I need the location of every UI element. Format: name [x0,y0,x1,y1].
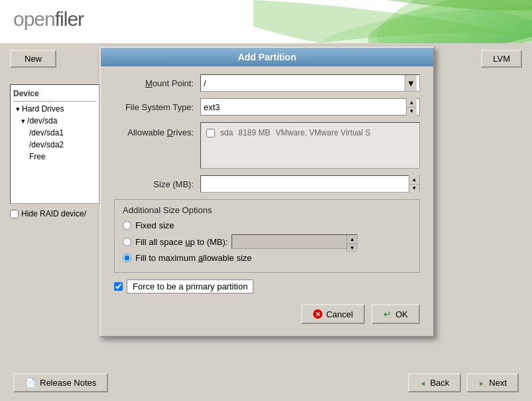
drive-item-size: 8189 MB [238,128,270,137]
next-label: Next [489,378,507,388]
allowable-drives-control: sda 8189 MB VMware, VMware Virtual S [200,122,420,169]
allowable-drives-label: Allowable Drives: [114,122,200,137]
filesystem-up-btn[interactable]: ▲ [407,98,417,108]
logo-text: open [13,8,55,30]
doc-icon: 📄 [25,378,36,388]
additional-size-options: Additional Size Options Fixed size Fill … [114,199,420,273]
filesystem-type-row: File System Type: ext3 ▲ ▼ [114,98,420,116]
bottom-left: 📄 Release Notes [13,373,108,392]
bottom-right: Back Next [408,373,519,392]
hard-drives-item: ▾ Hard Drives [13,103,96,115]
filesystem-type-control: ext3 ▲ ▼ [200,98,420,116]
modal-buttons: ✕ Cancel ↵ OK [114,300,420,328]
release-notes-label: Release Notes [40,378,96,388]
cancel-button[interactable]: ✕ Cancel [301,304,365,324]
ok-button[interactable]: ↵ OK [371,304,420,324]
lvm-button[interactable]: LVM [481,50,522,68]
device-list: Device ▾ Hard Drives ▾ /dev/sda /dev/sda… [10,84,100,204]
size-input[interactable]: 100 [201,179,409,189]
header: openfiler [0,0,532,43]
back-label: Back [430,378,449,388]
size-row: Size (MB): 100 ▲ ▼ [114,175,420,193]
dev-free-item: Free [13,151,96,163]
hide-raid-checkbox[interactable] [10,210,19,218]
size-label: Size (MB): [114,179,200,189]
main-area: New Device ▾ Hard Drives ▾ /dev/sda /dev… [0,43,532,401]
size-up-btn[interactable]: ▲ [409,175,419,185]
release-notes-button[interactable]: 📄 Release Notes [13,373,108,392]
next-button[interactable]: Next [466,373,519,392]
force-primary-row: Force to be a primary partition [114,280,420,293]
dev-sda-item: ▾ /dev/sda [13,115,96,127]
size-spinner[interactable]: 100 ▲ ▼ [200,175,420,193]
force-primary-label[interactable]: Force to be a primary partition [127,280,253,293]
header-swirl [253,0,532,43]
fill-space-down-btn[interactable]: ▼ [347,244,357,253]
drive-item-name: sda [220,128,233,137]
app-logo: openfiler [13,8,84,31]
dev-sda1-item: /dev/sda1 [13,127,96,139]
mount-point-value: / [204,78,405,88]
allowable-drives-row: Allowable Drives: sda 8189 MB VMware, VM… [114,122,420,169]
fill-space-up-btn[interactable]: ▲ [347,235,357,244]
fixed-size-row: Fixed size [123,220,411,230]
add-partition-dialog: Add Partition Mount Point: / ▼ File Syst… [100,46,434,337]
bottom-bar: 📄 Release Notes Back Next [0,364,532,401]
fill-space-spinner[interactable]: ▲ ▼ [346,235,357,252]
fixed-size-radio[interactable] [123,221,131,230]
filesystem-type-dropdown[interactable]: ext3 ▲ ▼ [200,98,420,116]
fill-space-radio[interactable] [123,238,131,246]
fixed-size-label[interactable]: Fixed size [135,220,174,230]
filesystem-type-value: ext3 [204,102,406,112]
hide-raid-label: Hide RAID device/ [21,209,86,218]
ok-icon: ↵ [383,309,391,319]
logo-text2: filer [55,8,84,30]
drive-item: sda 8189 MB VMware, VMware Virtual S [206,128,414,137]
back-button[interactable]: Back [408,373,462,392]
size-spinner-buttons[interactable]: ▲ ▼ [409,175,419,193]
dev-sda2-item: /dev/sda2 [13,139,96,151]
ok-label: OK [395,309,408,319]
size-down-btn[interactable]: ▼ [409,185,419,193]
additional-size-legend: Additional Size Options [123,205,411,215]
force-primary-checkbox[interactable] [114,282,123,291]
fill-max-radio[interactable] [123,254,131,262]
mount-point-row: Mount Point: / ▼ [114,74,420,92]
mount-point-label: Mount Point: [114,78,200,88]
device-list-header: Device [13,88,96,100]
filesystem-down-btn[interactable]: ▼ [407,108,417,116]
dialog-body: Mount Point: / ▼ File System Type: ext3 [101,66,433,336]
next-icon [478,378,485,388]
dialog-title: Add Partition [101,48,433,66]
drive-sda-checkbox[interactable] [206,129,215,137]
fill-space-input-wrapper[interactable]: 1 ▲ ▼ [232,234,358,249]
fill-space-label[interactable]: Fill all space up to (MB): [135,237,228,247]
filesystem-type-spinner[interactable]: ▲ ▼ [406,98,417,116]
fill-space-row: Fill all space up to (MB): 1 ▲ ▼ [123,234,411,249]
mount-point-control: / ▼ [200,74,420,92]
fill-max-label[interactable]: Fill to maximum allowable size [135,253,252,263]
size-control: 100 ▲ ▼ [200,175,420,193]
cancel-icon: ✕ [313,309,322,319]
drive-item-vendor: VMware, VMware Virtual S [275,128,370,137]
cancel-label: Cancel [326,309,353,319]
left-panel: New Device ▾ Hard Drives ▾ /dev/sda /dev… [10,50,106,361]
fill-max-row: Fill to maximum allowable size [123,253,411,263]
new-button[interactable]: New [10,50,56,68]
hide-raid-row: Hide RAID device/ [10,209,106,218]
mount-point-arrow[interactable]: ▼ [405,75,417,91]
mount-point-dropdown[interactable]: / ▼ [200,74,420,92]
filesystem-type-label: File System Type: [114,102,200,112]
back-icon [420,378,427,388]
fill-space-input[interactable]: 1 [232,235,346,248]
drives-box: sda 8189 MB VMware, VMware Virtual S [200,122,420,169]
